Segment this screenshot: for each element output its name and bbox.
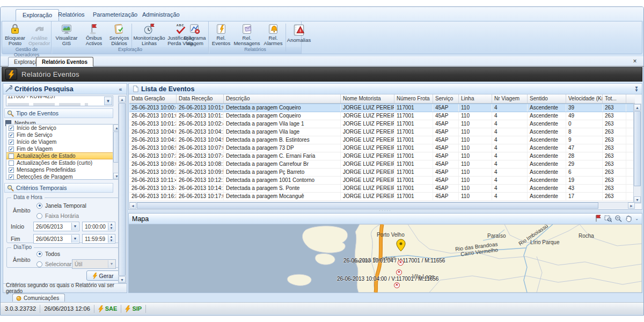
checkbox-unchecked-icon[interactable] [9, 153, 14, 159]
comunicacoes-tab[interactable]: Comunicações [12, 294, 65, 302]
temporal-criteria-header[interactable]: Critérios Temporais [4, 183, 113, 193]
column-header[interactable]: Nr Viagem [492, 94, 528, 103]
column-header[interactable]: Tot... [603, 94, 626, 103]
rel-eventos-button[interactable]: Rel. Eventos [210, 23, 232, 46]
table-cell: Ascendente [528, 185, 566, 192]
checkbox-checked-icon[interactable]: ✓ [9, 147, 14, 152]
flag-tool-icon[interactable] [594, 215, 602, 222]
collapse-chevron-icon[interactable]: ▼▼ [634, 86, 639, 92]
event-type-item[interactable]: ✓Fim de Viagem [6, 145, 120, 152]
chevron-down-icon[interactable]: ▼ [71, 235, 78, 243]
temporal-criteria-title: Critérios Temporais [16, 185, 67, 191]
onibus-activos-button[interactable]: Ônibus Activos [82, 23, 106, 46]
close-icon[interactable]: × [631, 57, 639, 65]
criteria-panel-scrollbar[interactable]: ▲ ▼ [118, 96, 126, 283]
pan-hand-icon[interactable] [625, 215, 632, 222]
faixa-horaria-radio[interactable]: Faixa Horária [36, 213, 79, 219]
table-row[interactable]: 26-06-2013 10:04:3026-06-2013 10:04:54De… [129, 136, 635, 144]
page-title: Relatório Eventos [21, 70, 79, 78]
chevron-down-icon[interactable]: ▼ [104, 97, 112, 105]
map-canvas[interactable]: Porto Velho Paraíso Lírio Parque Rocha R… [129, 224, 642, 292]
checkbox-checked-icon[interactable]: ✓ [9, 167, 14, 173]
rel-alarmes-button[interactable]: Rel. Alarmes [262, 23, 284, 46]
collapse-panel-button[interactable]: « [116, 85, 125, 93]
table-row[interactable]: 26-06-2013 10:01:3226-06-2013 10:02:44De… [129, 120, 635, 128]
table-vscrollbar[interactable]: ▲ ▼ [633, 104, 641, 203]
chevron-down-icon: ▼ [108, 260, 115, 268]
event-type-item[interactable]: ✓Mensagens Predefinidas [6, 166, 120, 173]
table-row[interactable]: 26-06-2013 10:13:4426-06-2013 10:14:11De… [129, 185, 635, 193]
checkbox-unchecked-icon[interactable] [9, 160, 14, 166]
column-header[interactable]: Data Receção [177, 94, 224, 103]
radio-on-icon[interactable] [36, 203, 42, 209]
gerar-button[interactable]: Gerar [86, 270, 120, 281]
table-row[interactable]: 26-06-2013 10:16:3426-06-2013 10:17:03De… [129, 193, 635, 201]
inicio-date-field[interactable]: 26/06/2013 ▼ [33, 222, 79, 231]
column-header[interactable]: Nome Motorista [341, 94, 394, 103]
event-type-item[interactable]: ✓Fim de Serviço [6, 131, 120, 138]
table-row[interactable]: 26-06-2013 10:08:0026-06-2013 10:08:15De… [129, 160, 635, 169]
column-header[interactable]: Número Frota [394, 94, 433, 103]
column-header[interactable]: Linha [459, 94, 492, 103]
radio-on-icon[interactable] [36, 251, 42, 257]
radio-off-icon[interactable] [36, 261, 42, 267]
column-header[interactable]: Data Geração [129, 94, 177, 103]
table-cell: 4 [492, 177, 528, 184]
spinner-icon[interactable]: ▲▼ [108, 223, 114, 230]
chevron-down-icon[interactable]: ▼ [71, 223, 78, 230]
event-type-item[interactable]: Actualizações de Estado [6, 152, 120, 159]
selecionar-label: Selecionar [45, 261, 72, 267]
event-type-item[interactable]: ✓Detecções de Paragem [6, 173, 120, 180]
checkbox-checked-icon[interactable]: ✓ [9, 126, 14, 131]
event-type-item[interactable]: ✓Início de Serviço [6, 125, 120, 131]
ribbon-tab-relatorios[interactable]: Relatórios [52, 9, 91, 21]
map-tools-chevron-icon[interactable]: ⌄ [635, 216, 639, 221]
document-tabstrip: Exploração Relatório Eventos × [1, 56, 643, 67]
todos-radio[interactable]: Todos [36, 251, 60, 257]
table-row[interactable]: 26-06-2013 10:04:0026-06-2013 10:04:17De… [129, 128, 635, 136]
vehicle-list-item[interactable]: 117000 - KUW-4257 [8, 96, 56, 99]
janela-temporal-label: Janela Temporal [45, 202, 86, 209]
diagrama-viagem-button[interactable]: Diagrama Viagem [181, 23, 209, 46]
table-row[interactable]: 26-06-2013 10:09:2126-06-2013 10:09:51De… [129, 169, 635, 177]
visualizar-gis-button[interactable]: Visualizar GIS [53, 23, 80, 46]
checkbox-checked-icon[interactable]: ✓ [9, 133, 14, 138]
column-header[interactable]: Descrição [224, 94, 341, 103]
ribbon-tab-administracao[interactable]: Administração [136, 9, 186, 21]
fim-date-field[interactable]: 26/06/2013 ▼ [33, 234, 79, 244]
bloquear-posto-button[interactable]: Bloquear Posto [3, 23, 27, 46]
table-row[interactable]: 26-06-2013 10:06:5726-06-2013 10:07:06De… [129, 144, 635, 152]
event-type-item[interactable]: Actualizações de Estado (curto) [6, 159, 120, 166]
servicos-diarios-button[interactable]: Serviços Diários [107, 23, 131, 46]
vehicle-list-item-partial [8, 103, 88, 106]
monitorizacao-linhas-button[interactable]: Monitorização Linhas [133, 23, 166, 46]
doc-tab-relatorio-eventos[interactable]: Relatório Eventos [36, 57, 93, 67]
spinner-icon[interactable]: ▲▼ [108, 235, 114, 243]
event-type-item[interactable]: ✓Início de Viagem [6, 138, 120, 145]
bus-stop-marker[interactable]: ✕ [396, 269, 402, 275]
fim-time-field[interactable]: 11:59:59 ▲▼ [82, 234, 115, 244]
anomalias-button[interactable]: ! Anomalias [288, 23, 310, 46]
checkbox-checked-icon[interactable]: ✓ [9, 174, 14, 180]
bus-stop-marker[interactable]: ✕ [398, 260, 404, 266]
selecionar-radio[interactable]: Selecionar [36, 261, 72, 267]
table-cell: Detectada a paragem Mocanguê [224, 193, 341, 200]
janela-temporal-radio[interactable]: Janela Temporal [36, 202, 86, 209]
table-row[interactable]: 26-06-2013 10:07:3426-06-2013 10:07:48De… [129, 152, 635, 160]
rel-mensagens-button[interactable]: Rel. Mensagens [233, 23, 261, 46]
column-header[interactable]: Serviço [433, 94, 459, 103]
bus-stop-marker[interactable]: ✕ [394, 282, 400, 288]
vehicle-list[interactable]: 117000 - KUW-4257 ▼ [6, 96, 113, 106]
table-cell: 45AP [433, 128, 459, 136]
checkbox-checked-icon[interactable]: ✓ [9, 140, 14, 145]
radio-off-icon[interactable] [36, 213, 42, 219]
column-header[interactable]: Velocidade (Km/... [566, 94, 603, 103]
event-types-header[interactable]: Tipo de Eventos [4, 108, 113, 118]
table-row[interactable]: 26-06-2013 10:01:0426-06-2013 10:01:13De… [129, 112, 635, 120]
column-header[interactable]: Sentido [528, 94, 566, 103]
table-row[interactable]: 26-06-2013 10:00:4726-06-2013 10:01:01De… [129, 104, 635, 112]
table-row[interactable]: 26-06-2013 10:11:4526-06-2013 10:12:13De… [129, 177, 635, 185]
zoom-out-icon[interactable] [614, 215, 622, 222]
inicio-time-field[interactable]: 10:00:00 ▲▼ [82, 222, 115, 231]
zoom-region-icon[interactable] [604, 215, 612, 222]
